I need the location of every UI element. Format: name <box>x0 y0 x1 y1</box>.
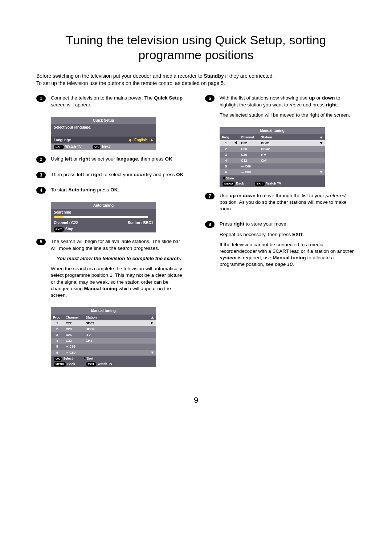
down-arrow-icon <box>320 142 323 144</box>
osd-sort-hint: Sort <box>84 356 94 361</box>
osd-manual-tuning-2: Manual tuning Prog. Channel Station 1C22… <box>220 127 325 187</box>
step-text: The selected station will be moved to th… <box>220 112 356 118</box>
step-text: to move through the list to your <box>256 193 326 198</box>
table-row: 5⊸ C69 <box>220 163 325 169</box>
step-bold: down <box>322 95 335 101</box>
step-note: You must allow the television to complet… <box>51 255 187 262</box>
step-text: If the television cannot be connected to… <box>220 242 354 254</box>
progress-bar <box>54 216 153 218</box>
step-bold: right <box>91 172 102 177</box>
key-icon: ⊸ <box>241 165 244 168</box>
table-row: 3C25ITV <box>220 152 325 158</box>
step-text: Press <box>220 221 233 227</box>
step-text: or <box>315 95 322 101</box>
table-row: 6⊸ C69 <box>220 169 325 175</box>
osd-exit-hint: EXITStop <box>54 227 73 232</box>
step-text: With the list of stations now showing us… <box>220 95 309 101</box>
step-7: 7 Use up or down to move through the lis… <box>205 192 356 216</box>
left-arrow-icon <box>234 141 237 144</box>
intro-block: Before switching on the television put y… <box>36 73 356 87</box>
step-bold: up <box>230 193 236 198</box>
osd-manual-tuning-1: Manual tuning Prog. Channel Station 1C22… <box>51 307 156 367</box>
step-number-badge: 4 <box>36 187 46 194</box>
table-row: 2C28BBC2 <box>220 146 325 152</box>
step-text: To start <box>51 187 68 192</box>
step-text: position. As you do so the other station… <box>220 199 347 211</box>
step-text: Then press <box>51 172 77 177</box>
osd-back-hint: MENUBack <box>54 362 75 366</box>
osd-exit-hint: EXITWatch TV <box>54 144 82 149</box>
step-4: 4 To start Auto tuning press OK. <box>36 187 187 197</box>
step-text: and press <box>152 172 176 177</box>
step-text: to select your <box>102 172 134 177</box>
osd-title: Manual tuning <box>220 127 325 134</box>
step-italic: see page 10 <box>266 262 293 267</box>
step-text: The search will begin for all available … <box>51 238 187 251</box>
right-arrow-icon <box>151 321 153 324</box>
osd-channel-label: Channel : C22 <box>54 220 128 226</box>
table-row: 6⊸ C69 <box>51 350 156 356</box>
step-text: Use <box>220 193 230 198</box>
step-bold: OK <box>165 156 172 162</box>
osd-watch-hint: EXITWatch TV <box>255 181 281 186</box>
step-bold: OK <box>176 172 183 177</box>
osd-title: Manual tuning <box>51 307 156 315</box>
step-5: 5 The search will begin for all availabl… <box>36 238 187 302</box>
intro-bold: Standby <box>204 73 224 79</box>
osd-title: Quick Setup <box>51 117 156 124</box>
osd-select-hint: OKSelect <box>54 356 73 361</box>
step-bold: language <box>117 156 138 162</box>
step-bold: country <box>134 172 152 177</box>
step-bold: right <box>79 156 90 162</box>
down-arrow-icon <box>320 171 323 173</box>
step-bold-italic: system <box>220 255 237 260</box>
osd-back-hint: MENUBack <box>222 181 244 186</box>
page-number: 9 <box>36 395 356 406</box>
step-text: press <box>96 187 111 192</box>
step-bold: right <box>233 221 244 227</box>
table-row: 2C28BBC2 <box>51 326 156 332</box>
step-number-badge: 1 <box>36 95 46 102</box>
osd-searching-label: Searching <box>51 209 156 215</box>
step-number-badge: 2 <box>36 156 46 163</box>
step-bold: Auto tuning <box>68 187 96 192</box>
step-bold: down <box>243 193 256 198</box>
osd-watch-hint: EXITWatch TV <box>86 362 112 366</box>
step-text: . <box>118 187 119 192</box>
step-bold: up <box>309 95 315 101</box>
step-text: . <box>172 156 174 162</box>
step-text: Using <box>51 156 65 162</box>
intro-text: To set up the television use the buttons… <box>36 80 356 87</box>
step-6: 6 With the list of stations now showing … <box>205 95 356 122</box>
step-text: to store your move. <box>244 221 287 227</box>
step-1: 1 Connect the television to the mains po… <box>36 95 187 112</box>
step-number-badge: 6 <box>205 95 215 102</box>
step-bold: EXIT <box>292 232 303 237</box>
step-text: Repeat as necessary, then press <box>220 232 292 237</box>
down-arrow-icon <box>151 352 154 354</box>
osd-subtitle: Select your language. <box>51 124 156 137</box>
step-text: or <box>236 193 243 198</box>
right-column: 6 With the list of stations now showing … <box>205 95 356 373</box>
step-8: 8 Press right to store your move. Repeat… <box>205 221 356 271</box>
step-text: Connect the television to the mains powe… <box>51 95 154 101</box>
table-row: 4C32CH4 <box>220 158 325 163</box>
step-number-badge: 5 <box>36 239 46 245</box>
step-3: 3 Then press left or right to select you… <box>36 171 187 182</box>
osd-station-label: Station : BBC1 <box>128 220 153 226</box>
step-text: . <box>303 232 305 237</box>
manual-tuning-table: Prog. Channel Station 1C22BBC12C28BBC23C… <box>51 315 156 356</box>
osd-store-hint: Store <box>222 176 234 181</box>
key-icon: ⊸ <box>241 170 244 174</box>
key-icon: ⊸ <box>66 351 69 354</box>
key-icon: ⊸ <box>66 345 69 348</box>
step-number-badge: 3 <box>36 172 46 178</box>
up-arrow-icon <box>151 316 154 319</box>
intro-text: Before switching on the television put y… <box>36 73 204 79</box>
page-title: Tuning the television using Quick Setup,… <box>36 33 356 62</box>
left-column: 1 Connect the television to the mains po… <box>36 95 187 373</box>
right-arrow-icon <box>151 139 153 142</box>
table-row: 4C32CH4 <box>51 338 156 344</box>
table-row: 1C22BBC1 <box>51 320 156 326</box>
step-text: . <box>293 262 294 267</box>
